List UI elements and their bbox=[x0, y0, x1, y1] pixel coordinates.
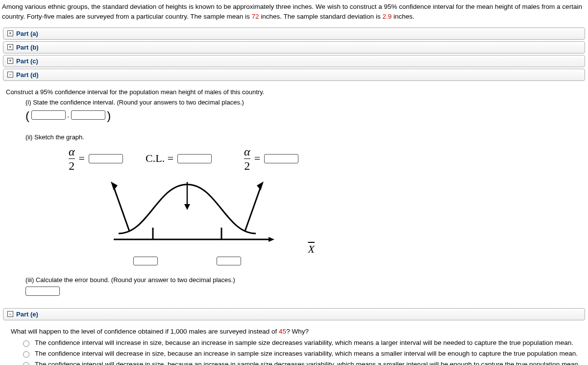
part-a-header[interactable]: + Part (a) bbox=[3, 27, 585, 40]
part-b-header[interactable]: + Part (b) bbox=[3, 41, 585, 53]
sample-mean-value: 72 bbox=[251, 13, 259, 20]
lower-limit-graph-input[interactable] bbox=[133, 257, 158, 265]
equals-right: = bbox=[254, 152, 260, 165]
expand-icon: + bbox=[7, 44, 13, 50]
option-1[interactable]: The confidence interval will increase in… bbox=[21, 339, 582, 347]
alpha-over-2-left: α 2 bbox=[69, 146, 75, 172]
part-c-label: Part (c) bbox=[16, 57, 38, 65]
option-2-radio[interactable] bbox=[23, 351, 29, 358]
part-d-header[interactable]: – Part (d) bbox=[3, 69, 585, 81]
part-d-iii-label: (iii) Calculate the error bound. (Round … bbox=[25, 276, 582, 284]
part-d-i-label: (i) State the confidence interval. (Roun… bbox=[25, 99, 582, 106]
part-b-label: Part (b) bbox=[16, 44, 39, 51]
part-d-ii-label: (ii) Sketch the graph. bbox=[25, 133, 582, 141]
part-e-content: What will happen to the level of confide… bbox=[0, 322, 588, 365]
option-3[interactable]: The confidence interval will decrease in… bbox=[21, 361, 582, 365]
intro-text-2: inches. The sample standard deviation is bbox=[259, 13, 382, 20]
option-2[interactable]: The confidence interval will decrease in… bbox=[21, 350, 582, 358]
ci-upper-input[interactable] bbox=[71, 110, 105, 120]
x-bar-axis-label: X bbox=[308, 243, 315, 256]
part-e-question: What will happen to the level of confide… bbox=[11, 328, 582, 335]
svg-marker-6 bbox=[269, 237, 274, 242]
svg-marker-0 bbox=[111, 182, 118, 190]
part-a-label: Part (a) bbox=[16, 30, 38, 37]
upper-limit-graph-input[interactable] bbox=[217, 257, 241, 265]
cl-input[interactable] bbox=[177, 154, 212, 163]
part-d-content: Construct a 95% confidence interval for … bbox=[0, 82, 588, 307]
alpha-half-right-input[interactable] bbox=[264, 154, 298, 163]
option-2-text: The confidence interval will decrease in… bbox=[35, 350, 578, 357]
intro-text-3: inches. bbox=[392, 13, 415, 20]
equals-left: = bbox=[79, 152, 85, 165]
comma-sep: , bbox=[67, 111, 69, 119]
bell-curve-graph: X bbox=[104, 175, 285, 255]
svg-marker-1 bbox=[257, 182, 264, 190]
graph-area: α 2 = C.L. = α 2 = bbox=[45, 146, 359, 265]
option-1-text: The confidence interval will increase in… bbox=[35, 339, 573, 346]
alpha-over-2-right: α 2 bbox=[244, 146, 250, 172]
svg-marker-2 bbox=[184, 204, 190, 210]
sample-sd-value: 2.9 bbox=[382, 13, 392, 20]
option-3-radio[interactable] bbox=[23, 362, 29, 365]
alpha-half-left-input[interactable] bbox=[89, 154, 123, 163]
collapse-icon: – bbox=[7, 311, 13, 317]
n-value: 45 bbox=[279, 328, 286, 335]
expand-icon: + bbox=[7, 30, 13, 36]
ci-inputs: ( , ) bbox=[25, 109, 582, 123]
part-c-header[interactable]: + Part (c) bbox=[3, 55, 585, 67]
option-1-radio[interactable] bbox=[23, 340, 29, 347]
cl-label: C.L. = bbox=[146, 152, 173, 165]
problem-statement: Among various ethnic groups, the standar… bbox=[0, 0, 588, 26]
error-bound-input[interactable] bbox=[25, 287, 60, 296]
expand-icon: + bbox=[7, 58, 13, 64]
part-d-label: Part (d) bbox=[16, 71, 39, 78]
option-3-text: The confidence interval will decrease in… bbox=[35, 361, 580, 365]
part-d-prompt: Construct a 95% confidence interval for … bbox=[6, 88, 582, 96]
ci-lower-input[interactable] bbox=[31, 110, 66, 120]
part-e-label: Part (e) bbox=[16, 311, 38, 318]
part-e-header[interactable]: – Part (e) bbox=[3, 308, 585, 320]
collapse-icon: – bbox=[7, 72, 13, 78]
